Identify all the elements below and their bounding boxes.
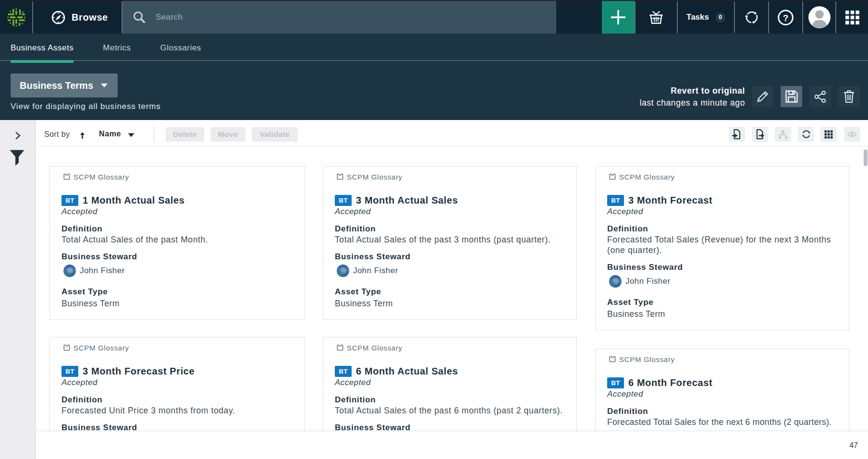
svg-text:?: ? (783, 12, 789, 23)
